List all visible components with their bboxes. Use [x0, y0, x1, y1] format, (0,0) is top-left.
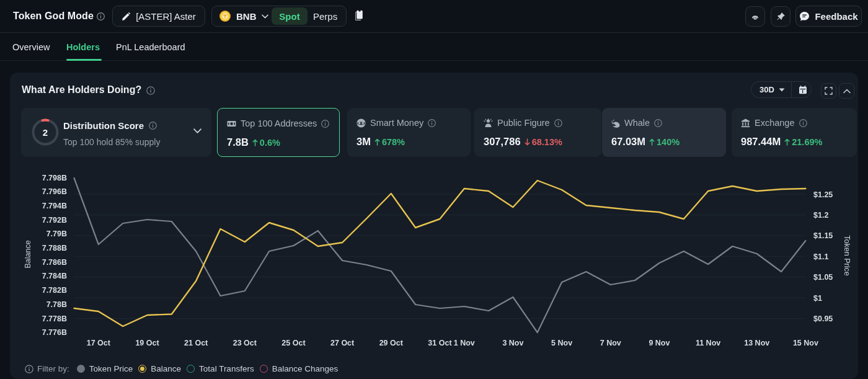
- svg-text:5 Nov: 5 Nov: [551, 339, 572, 347]
- svg-text:23 Oct: 23 Oct: [233, 339, 257, 347]
- svg-text:$0.95: $0.95: [813, 314, 833, 323]
- svg-text:Token Price: Token Price: [843, 235, 851, 275]
- svg-text:7.788B: 7.788B: [42, 244, 67, 252]
- svg-text:27 Oct: 27 Oct: [330, 339, 355, 347]
- svg-text:$1: $1: [813, 294, 822, 303]
- svg-text:$1.05: $1.05: [813, 273, 833, 282]
- svg-text:$1.1: $1.1: [813, 252, 828, 261]
- svg-text:11 Nov: 11 Nov: [696, 339, 720, 347]
- svg-text:21 Oct: 21 Oct: [184, 339, 208, 347]
- svg-text:7.784B: 7.784B: [42, 272, 67, 280]
- svg-text:Balance: Balance: [24, 240, 32, 268]
- svg-text:2: 2: [43, 127, 48, 138]
- svg-text:7.794B: 7.794B: [42, 202, 67, 210]
- svg-text:25 Oct: 25 Oct: [281, 339, 306, 347]
- svg-text:15 Nov: 15 Nov: [793, 339, 818, 347]
- svg-text:$1.25: $1.25: [813, 190, 833, 199]
- svg-text:29 Oct: 29 Oct: [379, 339, 404, 347]
- svg-text:31 Oct: 31 Oct: [428, 339, 452, 347]
- svg-text:$1.15: $1.15: [813, 231, 833, 240]
- svg-text:17 Oct: 17 Oct: [87, 339, 111, 347]
- svg-text:7.782B: 7.782B: [42, 286, 67, 295]
- svg-text:7.798B: 7.798B: [42, 174, 67, 182]
- svg-text:7.79B: 7.79B: [46, 230, 67, 238]
- svg-text:7.778B: 7.778B: [42, 314, 67, 323]
- svg-text:7.792B: 7.792B: [42, 216, 67, 225]
- svg-text:3 Nov: 3 Nov: [502, 339, 523, 347]
- svg-text:7.786B: 7.786B: [42, 258, 67, 267]
- svg-text:7.78B: 7.78B: [46, 300, 67, 309]
- svg-text:1 Nov: 1 Nov: [454, 339, 475, 347]
- svg-text:$1.2: $1.2: [813, 211, 828, 220]
- svg-text:19 Oct: 19 Oct: [135, 339, 159, 347]
- svg-text:7.796B: 7.796B: [42, 187, 67, 196]
- svg-text:13 Nov: 13 Nov: [744, 339, 769, 347]
- svg-text:7 Nov: 7 Nov: [600, 339, 621, 347]
- svg-text:9 Nov: 9 Nov: [649, 339, 670, 347]
- svg-text:7.776B: 7.776B: [42, 328, 67, 337]
